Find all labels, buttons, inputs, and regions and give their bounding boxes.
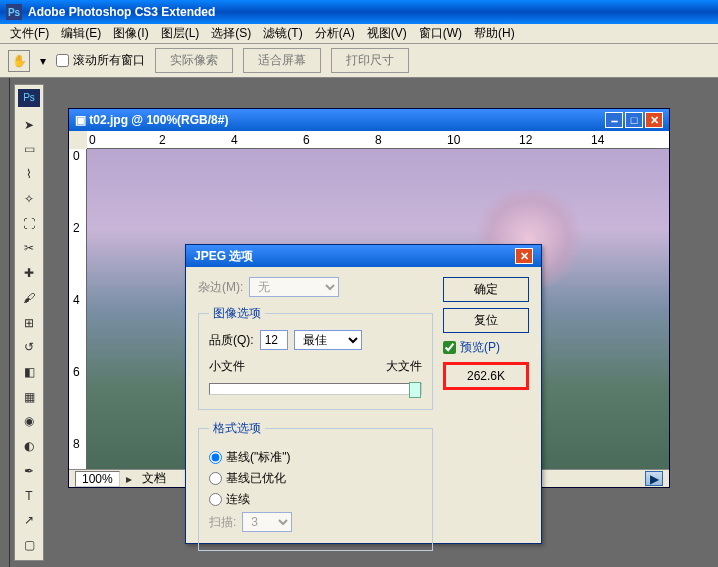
app-icon: Ps bbox=[6, 4, 22, 20]
quality-input[interactable] bbox=[260, 330, 288, 350]
path-tool-icon[interactable]: ↗ bbox=[18, 510, 40, 532]
large-file-label: 大文件 bbox=[386, 358, 422, 375]
history-brush-icon[interactable]: ↺ bbox=[18, 336, 40, 358]
scroll-all-checkbox[interactable]: 滚动所有窗口 bbox=[56, 52, 145, 69]
app-titlebar: Ps Adobe Photoshop CS3 Extended bbox=[0, 0, 718, 24]
fit-screen-button[interactable]: 适合屏幕 bbox=[243, 48, 321, 73]
file-size-display: 262.6K bbox=[443, 362, 529, 390]
pen-tool-icon[interactable]: ✒ bbox=[18, 460, 40, 482]
dialog-title: JPEG 选项 bbox=[194, 248, 253, 265]
actual-pixels-button[interactable]: 实际像索 bbox=[155, 48, 233, 73]
menu-view[interactable]: 视图(V) bbox=[361, 23, 413, 44]
menu-file[interactable]: 文件(F) bbox=[4, 23, 55, 44]
scroll-right-button[interactable]: ▶ bbox=[645, 471, 663, 486]
document-title: t02.jpg @ 100%(RGB/8#) bbox=[89, 113, 228, 127]
gradient-tool-icon[interactable]: ▦ bbox=[18, 386, 40, 408]
slice-tool-icon[interactable]: ✂ bbox=[18, 237, 40, 259]
menu-help[interactable]: 帮助(H) bbox=[468, 23, 521, 44]
menu-window[interactable]: 窗口(W) bbox=[413, 23, 468, 44]
close-button[interactable]: ✕ bbox=[645, 112, 663, 128]
brush-tool-icon[interactable]: 🖌 bbox=[18, 287, 40, 309]
scans-label: 扫描: bbox=[209, 514, 236, 531]
image-options-legend: 图像选项 bbox=[209, 305, 265, 322]
quality-label: 品质(Q): bbox=[209, 332, 254, 349]
lasso-tool-icon[interactable]: ⌇ bbox=[18, 163, 40, 185]
ok-button[interactable]: 确定 bbox=[443, 277, 529, 302]
status-text: 文档 bbox=[142, 470, 166, 487]
menu-select[interactable]: 选择(S) bbox=[205, 23, 257, 44]
dialog-titlebar[interactable]: JPEG 选项 ✕ bbox=[186, 245, 541, 267]
menu-layer[interactable]: 图层(L) bbox=[155, 23, 206, 44]
ps-badge-icon: Ps bbox=[18, 89, 40, 107]
small-file-label: 小文件 bbox=[209, 358, 245, 375]
reset-button[interactable]: 复位 bbox=[443, 308, 529, 333]
dropdown-icon[interactable]: ▾ bbox=[40, 54, 46, 68]
format-options-legend: 格式选项 bbox=[209, 420, 265, 437]
options-bar: ✋ ▾ 滚动所有窗口 实际像索 适合屏幕 打印尺寸 bbox=[0, 44, 718, 78]
document-titlebar[interactable]: ▣ t02.jpg @ 100%(RGB/8#) ‒ □ ✕ bbox=[69, 109, 669, 131]
ruler-horizontal: 0 2 4 6 8 10 12 14 bbox=[87, 131, 669, 149]
quality-preset-select[interactable]: 最佳 bbox=[294, 330, 362, 350]
preview-checkbox[interactable]: 预览(P) bbox=[443, 339, 529, 356]
move-tool-icon[interactable]: ➤ bbox=[18, 114, 40, 136]
dialog-close-button[interactable]: ✕ bbox=[515, 248, 533, 264]
quality-slider[interactable] bbox=[209, 383, 422, 395]
scans-select: 3 bbox=[242, 512, 292, 532]
baseline-optimized-radio[interactable]: 基线已优化 bbox=[209, 470, 422, 487]
app-title: Adobe Photoshop CS3 Extended bbox=[28, 5, 215, 19]
heal-tool-icon[interactable]: ✚ bbox=[18, 262, 40, 284]
menu-analysis[interactable]: 分析(A) bbox=[309, 23, 361, 44]
stamp-tool-icon[interactable]: ⊞ bbox=[18, 312, 40, 334]
maximize-button[interactable]: □ bbox=[625, 112, 643, 128]
dock-divider bbox=[0, 78, 10, 567]
menu-bar: 文件(F) 编辑(E) 图像(I) 图层(L) 选择(S) 滤镜(T) 分析(A… bbox=[0, 24, 718, 44]
crop-tool-icon[interactable]: ⛶ bbox=[18, 213, 40, 235]
dodge-tool-icon[interactable]: ◐ bbox=[18, 435, 40, 457]
eraser-tool-icon[interactable]: ◧ bbox=[18, 361, 40, 383]
file-icon: ▣ bbox=[75, 113, 89, 127]
status-menu-icon[interactable]: ▸ bbox=[126, 472, 132, 486]
menu-image[interactable]: 图像(I) bbox=[107, 23, 154, 44]
print-size-button[interactable]: 打印尺寸 bbox=[331, 48, 409, 73]
shape-tool-icon[interactable]: ▢ bbox=[18, 534, 40, 556]
zoom-field[interactable]: 100% bbox=[75, 471, 120, 487]
wand-tool-icon[interactable]: ✧ bbox=[18, 188, 40, 210]
matting-label: 杂边(M): bbox=[198, 279, 243, 296]
marquee-tool-icon[interactable]: ▭ bbox=[18, 139, 40, 161]
hand-tool-icon[interactable]: ✋ bbox=[8, 50, 30, 72]
blur-tool-icon[interactable]: ◉ bbox=[18, 411, 40, 433]
minimize-button[interactable]: ‒ bbox=[605, 112, 623, 128]
format-options-group: 格式选项 基线("标准") 基线已优化 连续 扫描: 3 bbox=[198, 420, 433, 551]
ruler-vertical: 0 2 4 6 8 bbox=[69, 149, 87, 469]
image-options-group: 图像选项 品质(Q): 最佳 小文件 大文件 bbox=[198, 305, 433, 410]
toolbox: Ps ➤ ▭ ⌇ ✧ ⛶ ✂ ✚ 🖌 ⊞ ↺ ◧ ▦ ◉ ◐ ✒ T ↗ ▢ bbox=[14, 84, 44, 561]
matting-select: 无 bbox=[249, 277, 339, 297]
baseline-standard-radio[interactable]: 基线("标准") bbox=[209, 449, 422, 466]
type-tool-icon[interactable]: T bbox=[18, 485, 40, 507]
progressive-radio[interactable]: 连续 bbox=[209, 491, 422, 508]
jpeg-options-dialog: JPEG 选项 ✕ 杂边(M): 无 图像选项 品质(Q): 最佳 bbox=[185, 244, 542, 544]
menu-edit[interactable]: 编辑(E) bbox=[55, 23, 107, 44]
menu-filter[interactable]: 滤镜(T) bbox=[257, 23, 308, 44]
